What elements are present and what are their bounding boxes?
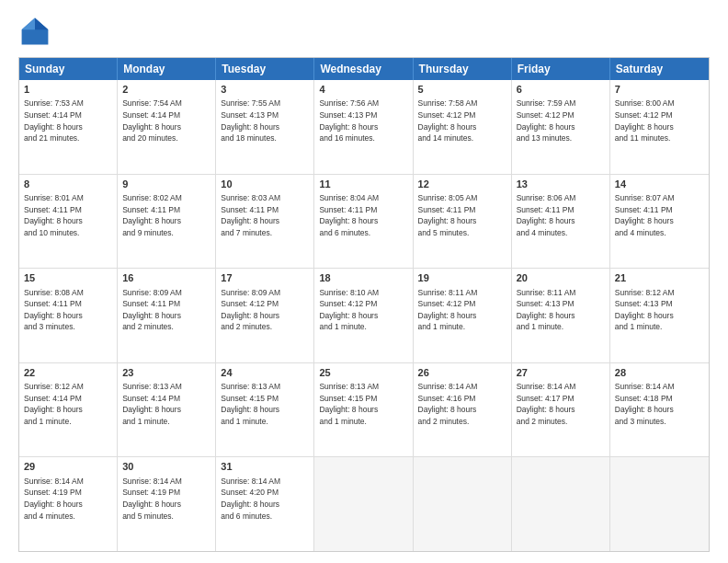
calendar-header-cell: Friday bbox=[512, 58, 610, 80]
svg-marker-1 bbox=[35, 18, 48, 30]
calendar-header-cell: Sunday bbox=[19, 58, 118, 80]
cell-text: Sunrise: 8:07 AM Sunset: 4:11 PM Dayligh… bbox=[615, 193, 675, 237]
day-number: 28 bbox=[615, 366, 704, 380]
day-number: 17 bbox=[221, 271, 309, 285]
day-number: 6 bbox=[517, 83, 605, 97]
calendar-cell: 14Sunrise: 8:07 AM Sunset: 4:11 PM Dayli… bbox=[610, 175, 709, 269]
calendar-cell: 5Sunrise: 7:58 AM Sunset: 4:12 PM Daylig… bbox=[414, 80, 512, 174]
cell-text: Sunrise: 8:12 AM Sunset: 4:14 PM Dayligh… bbox=[24, 382, 84, 426]
page: SundayMondayTuesdayWednesdayThursdayFrid… bbox=[0, 0, 728, 563]
day-number: 9 bbox=[122, 178, 210, 191]
calendar-cell: 20Sunrise: 8:11 AM Sunset: 4:13 PM Dayli… bbox=[512, 269, 610, 362]
calendar-cell: 3Sunrise: 7:55 AM Sunset: 4:13 PM Daylig… bbox=[216, 80, 314, 174]
calendar-cell: 24Sunrise: 8:13 AM Sunset: 4:15 PM Dayli… bbox=[216, 363, 314, 457]
cell-text: Sunrise: 8:09 AM Sunset: 4:12 PM Dayligh… bbox=[221, 288, 280, 332]
day-number: 27 bbox=[517, 366, 605, 380]
calendar-cell: 19Sunrise: 8:11 AM Sunset: 4:12 PM Dayli… bbox=[414, 269, 512, 362]
day-number: 21 bbox=[615, 271, 704, 285]
calendar-cell: 21Sunrise: 8:12 AM Sunset: 4:13 PM Dayli… bbox=[610, 269, 709, 362]
calendar-cell: 15Sunrise: 8:08 AM Sunset: 4:11 PM Dayli… bbox=[19, 269, 118, 362]
calendar-cell: 31Sunrise: 8:14 AM Sunset: 4:20 PM Dayli… bbox=[216, 457, 314, 551]
calendar-row: 29Sunrise: 8:14 AM Sunset: 4:19 PM Dayli… bbox=[19, 456, 709, 551]
day-number: 12 bbox=[418, 178, 506, 191]
cell-text: Sunrise: 8:14 AM Sunset: 4:19 PM Dayligh… bbox=[122, 477, 182, 521]
calendar-cell: 1Sunrise: 7:53 AM Sunset: 4:14 PM Daylig… bbox=[19, 80, 118, 174]
day-number: 19 bbox=[418, 271, 506, 285]
cell-text: Sunrise: 7:56 AM Sunset: 4:13 PM Dayligh… bbox=[319, 98, 379, 143]
svg-marker-2 bbox=[22, 18, 35, 30]
day-number: 31 bbox=[221, 460, 309, 474]
cell-text: Sunrise: 8:11 AM Sunset: 4:13 PM Dayligh… bbox=[517, 288, 576, 332]
cell-text: Sunrise: 7:58 AM Sunset: 4:12 PM Dayligh… bbox=[418, 98, 478, 143]
day-number: 13 bbox=[517, 178, 605, 191]
day-number: 2 bbox=[122, 83, 210, 97]
calendar-header-cell: Saturday bbox=[610, 58, 709, 80]
calendar-cell bbox=[610, 457, 709, 551]
calendar: SundayMondayTuesdayWednesdayThursdayFrid… bbox=[18, 57, 710, 552]
cell-text: Sunrise: 8:10 AM Sunset: 4:12 PM Dayligh… bbox=[319, 288, 379, 332]
calendar-cell: 10Sunrise: 8:03 AM Sunset: 4:11 PM Dayli… bbox=[216, 175, 314, 269]
cell-text: Sunrise: 8:00 AM Sunset: 4:12 PM Dayligh… bbox=[615, 98, 675, 143]
calendar-cell: 7Sunrise: 8:00 AM Sunset: 4:12 PM Daylig… bbox=[610, 80, 709, 174]
calendar-cell bbox=[314, 457, 413, 551]
calendar-cell: 12Sunrise: 8:05 AM Sunset: 4:11 PM Dayli… bbox=[414, 175, 512, 269]
logo-icon bbox=[18, 15, 51, 48]
day-number: 26 bbox=[418, 366, 506, 380]
day-number: 29 bbox=[24, 460, 112, 474]
cell-text: Sunrise: 8:12 AM Sunset: 4:13 PM Dayligh… bbox=[615, 288, 675, 332]
cell-text: Sunrise: 8:14 AM Sunset: 4:18 PM Dayligh… bbox=[615, 382, 675, 426]
cell-text: Sunrise: 8:01 AM Sunset: 4:11 PM Dayligh… bbox=[24, 193, 84, 237]
day-number: 16 bbox=[122, 271, 210, 285]
calendar-cell: 29Sunrise: 8:14 AM Sunset: 4:19 PM Dayli… bbox=[19, 457, 118, 551]
calendar-cell: 27Sunrise: 8:14 AM Sunset: 4:17 PM Dayli… bbox=[512, 363, 610, 457]
calendar-cell: 22Sunrise: 8:12 AM Sunset: 4:14 PM Dayli… bbox=[19, 363, 118, 457]
cell-text: Sunrise: 8:04 AM Sunset: 4:11 PM Dayligh… bbox=[319, 193, 379, 237]
day-number: 25 bbox=[319, 366, 407, 380]
calendar-header-cell: Tuesday bbox=[216, 58, 314, 80]
calendar-cell: 16Sunrise: 8:09 AM Sunset: 4:11 PM Dayli… bbox=[118, 269, 216, 362]
cell-text: Sunrise: 8:13 AM Sunset: 4:15 PM Dayligh… bbox=[221, 382, 280, 426]
calendar-row: 8Sunrise: 8:01 AM Sunset: 4:11 PM Daylig… bbox=[19, 174, 709, 269]
calendar-header: SundayMondayTuesdayWednesdayThursdayFrid… bbox=[19, 58, 709, 80]
day-number: 4 bbox=[319, 83, 407, 97]
day-number: 24 bbox=[221, 366, 309, 380]
day-number: 10 bbox=[221, 178, 309, 191]
calendar-cell: 18Sunrise: 8:10 AM Sunset: 4:12 PM Dayli… bbox=[314, 269, 413, 362]
calendar-header-cell: Wednesday bbox=[314, 58, 413, 80]
day-number: 1 bbox=[24, 83, 112, 97]
cell-text: Sunrise: 8:14 AM Sunset: 4:19 PM Dayligh… bbox=[24, 477, 84, 521]
logo bbox=[18, 15, 57, 48]
calendar-row: 1Sunrise: 7:53 AM Sunset: 4:14 PM Daylig… bbox=[19, 80, 709, 174]
cell-text: Sunrise: 8:14 AM Sunset: 4:20 PM Dayligh… bbox=[221, 477, 280, 521]
day-number: 15 bbox=[24, 271, 112, 285]
calendar-header-cell: Monday bbox=[118, 58, 216, 80]
calendar-body: 1Sunrise: 7:53 AM Sunset: 4:14 PM Daylig… bbox=[19, 80, 709, 551]
day-number: 18 bbox=[319, 271, 407, 285]
day-number: 7 bbox=[615, 83, 704, 97]
cell-text: Sunrise: 8:13 AM Sunset: 4:14 PM Dayligh… bbox=[122, 382, 182, 426]
cell-text: Sunrise: 8:13 AM Sunset: 4:15 PM Dayligh… bbox=[319, 382, 379, 426]
day-number: 11 bbox=[319, 178, 407, 191]
cell-text: Sunrise: 8:02 AM Sunset: 4:11 PM Dayligh… bbox=[122, 193, 182, 237]
calendar-cell bbox=[512, 457, 610, 551]
calendar-cell: 8Sunrise: 8:01 AM Sunset: 4:11 PM Daylig… bbox=[19, 175, 118, 269]
calendar-cell: 11Sunrise: 8:04 AM Sunset: 4:11 PM Dayli… bbox=[314, 175, 413, 269]
calendar-header-cell: Thursday bbox=[414, 58, 512, 80]
day-number: 30 bbox=[122, 460, 210, 474]
calendar-cell: 9Sunrise: 8:02 AM Sunset: 4:11 PM Daylig… bbox=[118, 175, 216, 269]
calendar-cell: 28Sunrise: 8:14 AM Sunset: 4:18 PM Dayli… bbox=[610, 363, 709, 457]
cell-text: Sunrise: 8:11 AM Sunset: 4:12 PM Dayligh… bbox=[418, 288, 478, 332]
calendar-cell bbox=[414, 457, 512, 551]
calendar-cell: 26Sunrise: 8:14 AM Sunset: 4:16 PM Dayli… bbox=[414, 363, 512, 457]
calendar-cell: 30Sunrise: 8:14 AM Sunset: 4:19 PM Dayli… bbox=[118, 457, 216, 551]
cell-text: Sunrise: 8:14 AM Sunset: 4:16 PM Dayligh… bbox=[418, 382, 478, 426]
cell-text: Sunrise: 7:53 AM Sunset: 4:14 PM Dayligh… bbox=[24, 98, 84, 143]
cell-text: Sunrise: 7:59 AM Sunset: 4:12 PM Dayligh… bbox=[517, 98, 576, 143]
cell-text: Sunrise: 8:03 AM Sunset: 4:11 PM Dayligh… bbox=[221, 193, 280, 237]
calendar-row: 22Sunrise: 8:12 AM Sunset: 4:14 PM Dayli… bbox=[19, 362, 709, 457]
day-number: 8 bbox=[24, 178, 112, 191]
calendar-cell: 4Sunrise: 7:56 AM Sunset: 4:13 PM Daylig… bbox=[314, 80, 413, 174]
calendar-row: 15Sunrise: 8:08 AM Sunset: 4:11 PM Dayli… bbox=[19, 268, 709, 362]
day-number: 3 bbox=[221, 83, 309, 97]
calendar-cell: 13Sunrise: 8:06 AM Sunset: 4:11 PM Dayli… bbox=[512, 175, 610, 269]
